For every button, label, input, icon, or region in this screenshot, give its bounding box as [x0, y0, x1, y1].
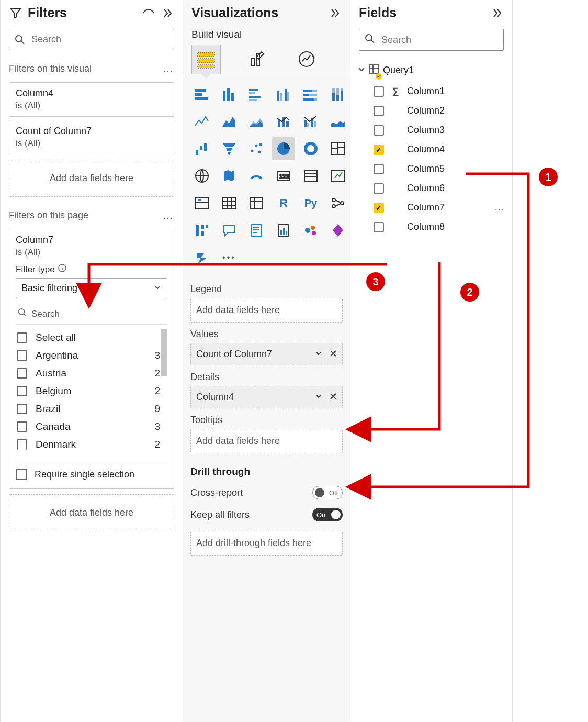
more-icon[interactable]: …: [163, 209, 174, 221]
keep-filters-toggle[interactable]: On: [312, 508, 343, 521]
filter-type-select[interactable]: Basic filtering: [16, 278, 167, 298]
viz-card-icon[interactable]: 123: [272, 164, 295, 187]
viz-stacked-column-icon[interactable]: [218, 83, 241, 106]
collapse-icon[interactable]: [490, 6, 504, 20]
checkbox[interactable]: [374, 125, 384, 136]
field-column5[interactable]: Column5: [353, 159, 510, 179]
viz-line-stacked-column-icon[interactable]: [272, 110, 295, 133]
viz-ribbon-icon[interactable]: [326, 110, 349, 133]
filter-card-count-column7[interactable]: Count of Column7 is (All): [9, 120, 174, 154]
viz-multi-row-card-icon[interactable]: [299, 164, 322, 187]
field-column3[interactable]: Column3: [353, 120, 510, 140]
viz-line-icon[interactable]: [190, 110, 213, 133]
checkbox[interactable]: [17, 350, 27, 361]
viz-line-clustered-column-icon[interactable]: [299, 110, 322, 133]
tab-analytics[interactable]: [292, 45, 321, 74]
checkbox[interactable]: [374, 164, 384, 174]
viz-100-stacked-bar-icon[interactable]: [299, 83, 322, 106]
filters-search-input[interactable]: [30, 34, 168, 46]
viz-100-stacked-column-icon[interactable]: [326, 83, 349, 106]
viz-stacked-area-icon[interactable]: [245, 110, 268, 133]
list-item[interactable]: Canada 3: [16, 418, 161, 436]
checkbox[interactable]: [374, 86, 384, 97]
viz-paginated-report-icon[interactable]: [272, 219, 295, 242]
collapse-icon[interactable]: [328, 6, 342, 20]
viz-table-icon[interactable]: [218, 192, 241, 215]
legend-well[interactable]: Add data fields here: [190, 298, 343, 323]
checkbox[interactable]: [374, 106, 384, 116]
drill-through-well[interactable]: Add drill-through fields here: [190, 531, 343, 556]
viz-map-icon[interactable]: [190, 164, 213, 187]
checkbox[interactable]: [17, 439, 27, 450]
visual-filters-dropzone[interactable]: Add data fields here: [9, 160, 174, 197]
viz-kpi-icon[interactable]: [326, 164, 349, 187]
viz-more-icon[interactable]: •••: [218, 246, 241, 269]
field-column7[interactable]: Column7 …: [353, 198, 510, 217]
list-item[interactable]: Austria 2: [16, 364, 161, 382]
viz-funnel-icon[interactable]: [218, 137, 241, 160]
viz-python-icon[interactable]: Py: [299, 192, 322, 215]
fields-search-input[interactable]: [380, 34, 504, 46]
list-item[interactable]: Argentina 3: [16, 347, 161, 364]
viz-stacked-bar-icon[interactable]: [190, 83, 213, 106]
viz-scatter-icon[interactable]: [245, 137, 268, 160]
viz-power-automate-icon[interactable]: [190, 246, 213, 269]
checkbox[interactable]: [17, 332, 27, 343]
collapse-icon[interactable]: [161, 6, 174, 20]
checkbox[interactable]: [16, 469, 27, 480]
viz-azure-map-icon[interactable]: [299, 219, 322, 242]
viz-power-apps-icon[interactable]: [326, 219, 349, 242]
remove-icon[interactable]: [330, 392, 337, 403]
viz-donut-icon[interactable]: [299, 137, 322, 160]
field-column2[interactable]: Column2: [353, 101, 510, 120]
checkbox[interactable]: [374, 222, 384, 232]
tooltips-well[interactable]: Add data fields here: [190, 429, 343, 453]
field-column1[interactable]: ∑ Column1: [353, 82, 510, 101]
viz-matrix-icon[interactable]: [245, 192, 268, 215]
checkbox[interactable]: [374, 203, 384, 213]
checkbox[interactable]: [17, 421, 27, 432]
tab-format[interactable]: [242, 45, 271, 74]
values-field-pill[interactable]: Count of Column7: [190, 343, 343, 365]
viz-pie-icon[interactable]: [272, 137, 295, 160]
viz-clustered-column-icon[interactable]: [272, 83, 295, 106]
checkbox[interactable]: [17, 404, 27, 414]
eye-icon[interactable]: [142, 6, 155, 20]
remove-icon[interactable]: [330, 349, 337, 360]
more-icon[interactable]: …: [163, 63, 174, 75]
filter-values-search[interactable]: Search: [16, 304, 167, 325]
details-field-pill[interactable]: Column4: [190, 386, 343, 408]
list-item[interactable]: Select all: [16, 329, 161, 347]
info-icon[interactable]: [58, 264, 66, 275]
table-node-query1[interactable]: ✓ Query1: [353, 59, 510, 82]
scrollbar-thumb[interactable]: [161, 329, 167, 376]
list-item[interactable]: Denmark 2: [16, 436, 161, 453]
checkbox[interactable]: [17, 386, 27, 396]
viz-qa-icon[interactable]: [218, 219, 241, 242]
viz-treemap-icon[interactable]: [326, 137, 349, 160]
chevron-down-icon[interactable]: [315, 349, 322, 360]
checkbox[interactable]: [374, 145, 384, 155]
viz-area-icon[interactable]: [218, 110, 241, 133]
viz-waterfall-icon[interactable]: [190, 137, 213, 160]
viz-r-script-icon[interactable]: R: [272, 192, 295, 215]
require-single-selection[interactable]: Require single selection: [16, 461, 167, 480]
viz-smart-narrative-icon[interactable]: [245, 219, 268, 242]
checkbox[interactable]: [17, 368, 27, 379]
filter-card-column4[interactable]: Column4 is (All): [9, 82, 174, 117]
field-column8[interactable]: Column8: [353, 217, 510, 237]
field-column6[interactable]: Column6: [353, 179, 510, 198]
chevron-down-icon[interactable]: [315, 392, 322, 403]
viz-clustered-bar-icon[interactable]: [245, 83, 268, 106]
field-column4[interactable]: Column4: [353, 140, 510, 159]
more-icon[interactable]: …: [494, 202, 505, 213]
fields-search[interactable]: [359, 29, 504, 51]
cross-report-toggle[interactable]: Off: [312, 486, 343, 499]
checkbox[interactable]: [374, 183, 384, 194]
list-item[interactable]: Brazil 9: [16, 400, 161, 418]
viz-decomposition-icon[interactable]: [190, 219, 213, 242]
filter-card-page-column7[interactable]: Column7 is (All) Filter type Basic filte…: [9, 229, 174, 489]
viz-filled-map-icon[interactable]: [218, 164, 241, 187]
filters-search[interactable]: [9, 29, 174, 50]
viz-key-influencers-icon[interactable]: [326, 192, 349, 215]
